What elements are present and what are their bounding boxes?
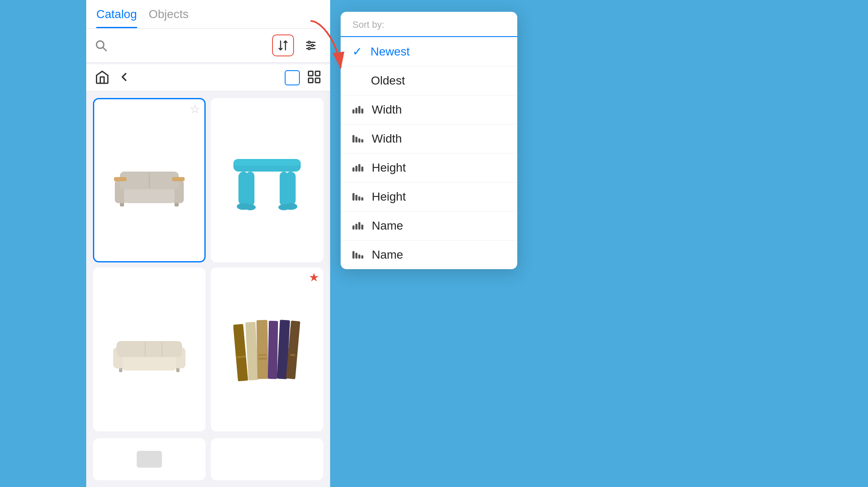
home-icon (95, 69, 110, 85)
bars-asc-icon-2 (352, 164, 363, 172)
sort-option-name-desc[interactable]: Name (341, 241, 517, 269)
svg-text:1001: 1001 (290, 353, 296, 356)
header-tabs: Catalog Objects (86, 0, 330, 29)
search-wrap (95, 39, 272, 52)
sort-label-height-desc: Height (372, 190, 406, 204)
sort-option-width-asc[interactable]: Width (341, 95, 517, 124)
svg-rect-22 (172, 177, 185, 181)
svg-line-1 (103, 48, 106, 51)
svg-rect-32 (233, 159, 301, 166)
svg-rect-10 (309, 71, 313, 76)
home-button[interactable] (95, 69, 110, 86)
svg-rect-51 (137, 451, 162, 468)
sort-button[interactable] (272, 34, 294, 56)
sort-label-height-asc: Height (372, 161, 406, 175)
star-button-1[interactable]: ☆ (190, 103, 200, 115)
svg-rect-26 (246, 172, 254, 206)
svg-rect-21 (114, 177, 127, 181)
svg-rect-13 (315, 78, 320, 83)
back-icon (117, 70, 131, 84)
grid-view-icon (307, 69, 322, 85)
tab-catalog[interactable]: Catalog (96, 8, 137, 28)
grid-item-bottom-2[interactable] (211, 438, 323, 480)
bars-desc-icon-3 (352, 251, 363, 259)
single-view-button[interactable] (285, 70, 300, 85)
svg-point-31 (278, 204, 289, 210)
sort-label-name-desc: Name (372, 248, 403, 262)
sort-label-name-asc: Name (372, 219, 403, 233)
star-filled-icon: ★ (309, 271, 319, 284)
svg-rect-41 (233, 324, 248, 381)
star-empty-icon: ☆ (190, 103, 200, 116)
sort-dropdown: Sort by: ✓ Newest Oldest Width Width (341, 12, 517, 269)
blue-table-image (229, 144, 305, 216)
sort-option-width-desc[interactable]: Width (341, 124, 517, 154)
sofa-beige-image (107, 324, 191, 375)
item-grid: ☆ (86, 91, 330, 438)
bars-asc-icon-1 (352, 106, 363, 114)
svg-rect-12 (309, 78, 313, 83)
search-icon (95, 39, 107, 52)
sort-label-oldest: Oldest (371, 74, 405, 87)
bars-desc-icon-2 (352, 193, 363, 201)
grid-item-sofa-beige[interactable] (93, 267, 206, 432)
books-image: VISUAL GOOD WINES 1001 (233, 312, 301, 387)
grid-view-button[interactable] (307, 69, 322, 86)
tab-objects[interactable]: Objects (149, 8, 189, 28)
sort-label-width-desc: Width (372, 132, 402, 146)
sort-arrows-icon (277, 40, 289, 51)
catalog-panel: Catalog Objects (86, 0, 330, 487)
svg-rect-47 (268, 321, 278, 379)
sort-option-name-asc[interactable]: Name (341, 212, 517, 241)
svg-rect-43 (245, 322, 258, 380)
sort-dropdown-header: Sort by: (341, 12, 517, 37)
sort-option-height-asc[interactable]: Height (341, 154, 517, 183)
grid-bottom-row (86, 438, 330, 487)
partial-item-image (132, 447, 166, 472)
svg-rect-44 (257, 320, 268, 379)
bars-desc-icon-1 (352, 135, 363, 143)
svg-point-7 (308, 41, 310, 43)
back-button[interactable] (117, 70, 131, 85)
filter-sliders-icon (304, 39, 317, 52)
bars-asc-icon-3 (352, 222, 363, 230)
sort-label-width-asc: Width (372, 103, 402, 116)
sofa-gray-image (107, 153, 191, 207)
grid-item-bottom-1[interactable] (93, 438, 206, 480)
check-mark-icon: ✓ (352, 45, 362, 58)
svg-rect-11 (315, 71, 320, 76)
sort-option-oldest[interactable]: Oldest (341, 66, 517, 95)
grid-item-blue-table[interactable] (211, 98, 323, 262)
grid-item-sofa-gray[interactable]: ☆ (93, 98, 206, 262)
toolbar-icons (272, 34, 322, 56)
svg-point-30 (245, 204, 256, 210)
filter-button[interactable] (300, 34, 322, 56)
star-button-4[interactable]: ★ (309, 272, 319, 283)
sort-option-height-desc[interactable]: Height (341, 183, 517, 212)
sort-label-newest: Newest (370, 45, 410, 58)
sort-option-newest[interactable]: ✓ Newest (341, 37, 517, 66)
svg-text:WINES: WINES (258, 357, 267, 360)
svg-rect-27 (280, 172, 288, 206)
grid-item-books[interactable]: ★ VISUAL GOOD WINES 1001 (211, 267, 323, 432)
svg-point-8 (311, 45, 313, 47)
svg-text:GOOD: GOOD (259, 354, 267, 356)
svg-rect-38 (116, 341, 182, 357)
nav-right (285, 69, 322, 86)
nav-left (95, 69, 131, 86)
search-bar (86, 29, 330, 63)
nav-bar (86, 64, 330, 91)
svg-point-9 (308, 48, 310, 50)
